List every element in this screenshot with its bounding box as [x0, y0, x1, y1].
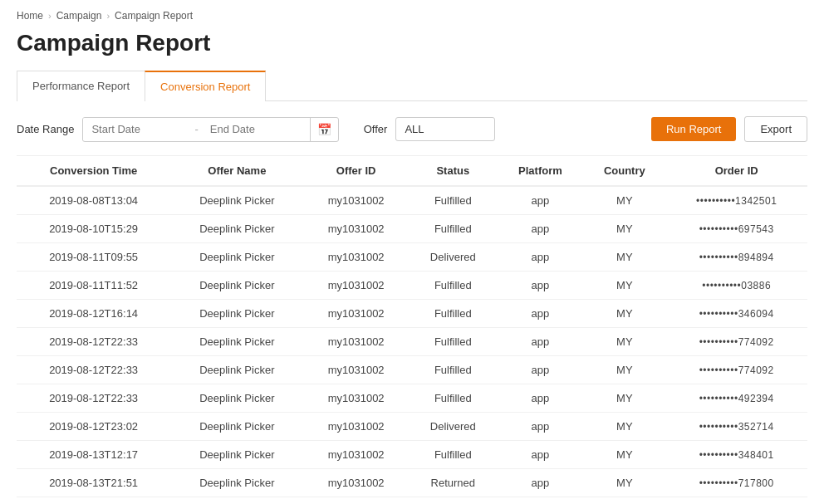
cell-country: MY [583, 300, 665, 328]
cell-platform: app [498, 328, 584, 356]
cell-status: Fulfilled [409, 328, 498, 356]
cell-status: Fulfilled [409, 497, 498, 505]
breadcrumb-campaign[interactable]: Campaign [56, 10, 102, 22]
offer-input[interactable] [395, 117, 495, 141]
cell-offer-id: my1031002 [303, 441, 408, 469]
cell-country: MY [583, 441, 665, 469]
export-button[interactable]: Export [744, 116, 807, 142]
table-row: 2019-08-13T21:51 Deeplink Picker my10310… [17, 469, 807, 497]
breadcrumb: Home › Campaign › Campaign Report [17, 10, 807, 22]
cell-platform: app [498, 469, 584, 497]
table-header-row: Conversion Time Offer Name Offer ID Stat… [17, 156, 807, 187]
cell-status: Fulfilled [409, 441, 498, 469]
cell-offer-name: Deeplink Picker [170, 497, 303, 505]
cell-order-id: ••••••••••330328 [665, 497, 807, 505]
cell-offer-id: my1031002 [303, 272, 408, 300]
col-status: Status [409, 156, 498, 187]
cell-order-id: ••••••••••717800 [665, 469, 807, 497]
table-row: 2019-08-12T22:33 Deeplink Picker my10310… [17, 356, 807, 384]
cell-conversion-time[interactable]: 2019-08-12T22:33 [17, 356, 170, 384]
table-row: 2019-08-12T23:02 Deeplink Picker my10310… [17, 413, 807, 441]
cell-country: MY [583, 384, 665, 413]
cell-offer-name: Deeplink Picker [170, 300, 303, 328]
cell-offer-id: my1031002 [303, 497, 408, 505]
cell-order-id: ••••••••••894894 [665, 243, 807, 272]
cell-country: MY [583, 356, 665, 384]
table-row: 2019-08-12T22:33 Deeplink Picker my10310… [17, 328, 807, 356]
cell-conversion-time[interactable]: 2019-08-12T22:33 [17, 384, 170, 413]
cell-order-id: ••••••••••352714 [665, 413, 807, 441]
date-range-wrap: - 📅 [82, 117, 338, 142]
cell-offer-name: Deeplink Picker [170, 356, 303, 384]
cell-conversion-time[interactable]: 2019-08-12T23:02 [17, 413, 170, 441]
cell-offer-name: Deeplink Picker [170, 441, 303, 469]
breadcrumb-sep-2: › [106, 11, 110, 21]
cell-offer-name: Deeplink Picker [170, 384, 303, 413]
cell-conversion-time[interactable]: 2019-08-10T15:29 [17, 215, 170, 243]
cell-status: Fulfilled [409, 215, 498, 243]
cell-status: Fulfilled [409, 384, 498, 413]
cell-order-id: ••••••••••774092 [665, 356, 807, 384]
cell-order-id: ••••••••••1342501 [665, 186, 807, 215]
cell-conversion-time[interactable]: 2019-08-08T13:04 [17, 186, 170, 215]
cell-platform: app [498, 413, 584, 441]
cell-platform: app [498, 356, 584, 384]
cell-platform: app [498, 215, 584, 243]
start-date-input[interactable] [83, 118, 191, 140]
date-range-label: Date Range [17, 123, 74, 135]
breadcrumb-sep-1: › [48, 11, 52, 21]
calendar-icon[interactable]: 📅 [310, 118, 338, 141]
cell-status: Fulfilled [409, 300, 498, 328]
cell-offer-id: my1031002 [303, 413, 408, 441]
cell-offer-name: Deeplink Picker [170, 243, 303, 272]
breadcrumb-home[interactable]: Home [17, 10, 43, 22]
tab-performance[interactable]: Performance Report [17, 71, 145, 101]
cell-conversion-time[interactable]: 2019-08-13T12:17 [17, 441, 170, 469]
tab-conversion[interactable]: Conversion Report [145, 71, 266, 101]
cell-platform: app [498, 272, 584, 300]
cell-status: Fulfilled [409, 356, 498, 384]
cell-platform: app [498, 384, 584, 413]
date-separator: - [191, 123, 201, 135]
cell-status: Fulfilled [409, 186, 498, 215]
cell-order-id: ••••••••••697543 [665, 215, 807, 243]
cell-conversion-time[interactable]: 2019-08-14T08:26 [17, 497, 170, 505]
cell-offer-name: Deeplink Picker [170, 413, 303, 441]
cell-order-id: ••••••••••03886 [665, 272, 807, 300]
cell-offer-name: Deeplink Picker [170, 215, 303, 243]
cell-offer-id: my1031002 [303, 300, 408, 328]
table-row: 2019-08-12T16:14 Deeplink Picker my10310… [17, 300, 807, 328]
table-row: 2019-08-12T22:33 Deeplink Picker my10310… [17, 384, 807, 413]
cell-country: MY [583, 215, 665, 243]
cell-order-id: ••••••••••492394 [665, 384, 807, 413]
cell-status: Delivered [409, 243, 498, 272]
table-row: 2019-08-08T13:04 Deeplink Picker my10310… [17, 186, 807, 215]
cell-conversion-time[interactable]: 2019-08-11T11:52 [17, 272, 170, 300]
cell-conversion-time[interactable]: 2019-08-11T09:55 [17, 243, 170, 272]
cell-platform: app [498, 497, 584, 505]
table-row: 2019-08-14T08:26 Deeplink Picker my10310… [17, 497, 807, 505]
end-date-input[interactable] [202, 118, 310, 140]
cell-offer-id: my1031002 [303, 186, 408, 215]
cell-platform: app [498, 441, 584, 469]
table-row: 2019-08-13T12:17 Deeplink Picker my10310… [17, 441, 807, 469]
cell-country: MY [583, 497, 665, 505]
offer-label: Offer [364, 123, 388, 135]
cell-offer-name: Deeplink Picker [170, 186, 303, 215]
col-offer-id: Offer ID [303, 156, 408, 187]
cell-conversion-time[interactable]: 2019-08-12T16:14 [17, 300, 170, 328]
cell-offer-id: my1031002 [303, 384, 408, 413]
cell-conversion-time[interactable]: 2019-08-12T22:33 [17, 328, 170, 356]
cell-offer-id: my1031002 [303, 243, 408, 272]
cell-status: Delivered [409, 413, 498, 441]
cell-offer-id: my1031002 [303, 215, 408, 243]
col-offer-name: Offer Name [170, 156, 303, 187]
filter-bar: Date Range - 📅 Offer Run Report Export [17, 116, 807, 142]
cell-status: Fulfilled [409, 272, 498, 300]
cell-conversion-time[interactable]: 2019-08-13T21:51 [17, 469, 170, 497]
cell-country: MY [583, 413, 665, 441]
run-report-button[interactable]: Run Report [651, 117, 736, 141]
cell-platform: app [498, 186, 584, 215]
cell-order-id: ••••••••••346094 [665, 300, 807, 328]
tabs-container: Performance Report Conversion Report [17, 70, 807, 101]
